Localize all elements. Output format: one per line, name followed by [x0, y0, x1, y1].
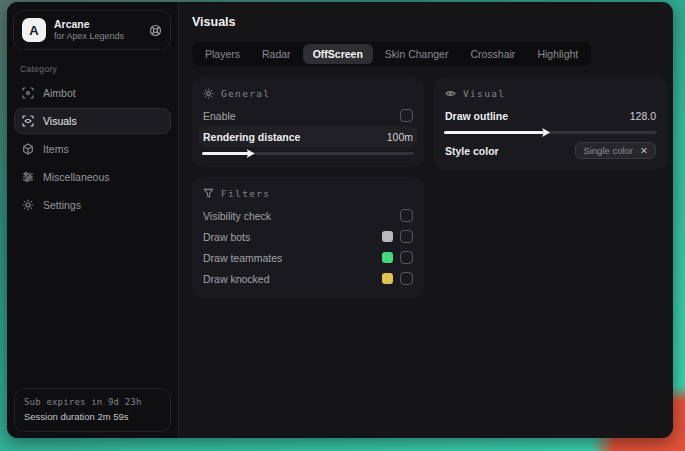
- tab-radar[interactable]: Radar: [252, 44, 301, 64]
- main-content: Visuals Players Radar OffScreen Skin Cha…: [179, 2, 673, 438]
- draw-knocked-color-swatch[interactable]: [382, 273, 393, 284]
- app-name: Arcane: [54, 18, 141, 31]
- filters-panel: Filters Visibility check Draw bots: [192, 177, 424, 298]
- draw-teammates-color-swatch[interactable]: [382, 252, 393, 263]
- draw-knocked-row: Draw knocked: [199, 268, 417, 289]
- brand-card: A Arcane for Apex Legends: [13, 10, 171, 50]
- tab-crosshair[interactable]: Crosshair: [460, 44, 525, 64]
- sidebar-item-label: Settings: [43, 199, 81, 211]
- visibility-check-checkbox[interactable]: [400, 209, 413, 222]
- slider-fill: [202, 152, 249, 155]
- visibility-check-row: Visibility check: [199, 205, 417, 226]
- draw-bots-color-swatch[interactable]: [382, 231, 393, 242]
- draw-teammates-checkbox[interactable]: [400, 251, 413, 264]
- clear-icon[interactable]: ✕: [640, 146, 648, 156]
- rendering-distance-value: 100m: [387, 131, 413, 143]
- sliders-icon: [22, 171, 34, 183]
- draw-knocked-label: Draw knocked: [203, 273, 270, 285]
- help-lifebuoy-icon[interactable]: [149, 24, 162, 37]
- style-color-label: Style color: [445, 145, 499, 157]
- slider-thumb[interactable]: [247, 149, 255, 158]
- general-panel: General Enable Rendering distance 100m: [192, 77, 424, 167]
- cube-icon: [22, 143, 34, 155]
- sidebar: A Arcane for Apex Legends Category: [7, 2, 179, 438]
- sub-expires-text: Sub expires in 9d 23h: [24, 396, 161, 410]
- app-logo: A: [22, 18, 46, 42]
- sidebar-item-visuals[interactable]: Visuals: [14, 108, 171, 134]
- sidebar-item-aimbot[interactable]: Aimbot: [14, 80, 171, 106]
- tab-bar: Players Radar OffScreen Skin Changer Cro…: [192, 42, 591, 66]
- app-subtitle: for Apex Legends: [54, 31, 141, 42]
- tab-skin-changer[interactable]: Skin Changer: [375, 44, 459, 64]
- draw-outline-value: 128.0: [630, 110, 656, 122]
- draw-teammates-label: Draw teammates: [203, 252, 282, 264]
- tab-highlight[interactable]: Highlight: [527, 44, 588, 64]
- draw-knocked-checkbox[interactable]: [400, 272, 413, 285]
- app-window: A Arcane for Apex Legends Category: [7, 2, 673, 438]
- slider-fill: [444, 131, 544, 134]
- enable-row: Enable: [199, 105, 417, 126]
- draw-bots-row: Draw bots: [199, 226, 417, 247]
- enable-label: Enable: [203, 110, 236, 122]
- draw-outline-slider[interactable]: [441, 126, 660, 137]
- right-column: Visual Draw outline 128.0: [434, 77, 667, 170]
- filters-panel-header: Filters: [199, 186, 417, 205]
- style-color-value: Single color: [583, 145, 633, 156]
- sidebar-item-items[interactable]: Items: [14, 136, 171, 162]
- visual-panel: Visual Draw outline 128.0: [434, 77, 667, 170]
- funnel-icon: [203, 188, 214, 199]
- scan-eye-icon: [22, 115, 34, 127]
- slider-track: [202, 152, 414, 155]
- page-title: Visuals: [192, 15, 667, 29]
- crosshair-scan-icon: [22, 87, 34, 99]
- sidebar-item-label: Miscellaneous: [43, 171, 110, 183]
- sidebar-nav: Aimbot Visuals Items: [7, 80, 178, 218]
- rendering-distance-row: Rendering distance 100m: [199, 126, 417, 147]
- category-label: Category: [20, 64, 178, 74]
- draw-bots-label: Draw bots: [203, 231, 250, 243]
- brand-text: Arcane for Apex Legends: [54, 18, 141, 42]
- session-duration-text: Session duration 2m 59s: [24, 410, 161, 424]
- eye-icon: [445, 88, 456, 99]
- slider-track: [444, 131, 657, 134]
- panels-grid: General Enable Rendering distance 100m: [192, 77, 667, 298]
- tab-offscreen[interactable]: OffScreen: [303, 44, 373, 64]
- enable-checkbox[interactable]: [400, 109, 413, 122]
- general-panel-title: General: [221, 88, 270, 99]
- draw-bots-checkbox[interactable]: [400, 230, 413, 243]
- general-panel-header: General: [199, 86, 417, 105]
- filters-panel-title: Filters: [221, 188, 270, 199]
- visual-panel-title: Visual: [463, 88, 505, 99]
- sun-icon: [203, 88, 214, 99]
- sidebar-item-label: Aimbot: [43, 87, 76, 99]
- rendering-distance-label: Rendering distance: [203, 131, 300, 143]
- draw-outline-row: Draw outline 128.0: [441, 105, 660, 126]
- left-column: General Enable Rendering distance 100m: [192, 77, 424, 298]
- style-color-select[interactable]: Single color ✕: [575, 142, 656, 159]
- sidebar-item-miscellaneous[interactable]: Miscellaneous: [14, 164, 171, 190]
- sidebar-item-settings[interactable]: Settings: [14, 192, 171, 218]
- draw-teammates-row: Draw teammates: [199, 247, 417, 268]
- style-color-row: Style color Single color ✕: [441, 140, 660, 161]
- rendering-distance-slider[interactable]: [199, 147, 417, 158]
- visual-panel-header: Visual: [441, 86, 660, 105]
- gear-icon: [22, 199, 34, 211]
- draw-outline-label: Draw outline: [445, 110, 508, 122]
- tab-players[interactable]: Players: [195, 44, 250, 64]
- visibility-check-label: Visibility check: [203, 210, 271, 222]
- sidebar-item-label: Items: [43, 143, 69, 155]
- subscription-status-card: Sub expires in 9d 23h Session duration 2…: [14, 388, 171, 432]
- sidebar-item-label: Visuals: [43, 115, 77, 127]
- slider-thumb[interactable]: [542, 128, 550, 137]
